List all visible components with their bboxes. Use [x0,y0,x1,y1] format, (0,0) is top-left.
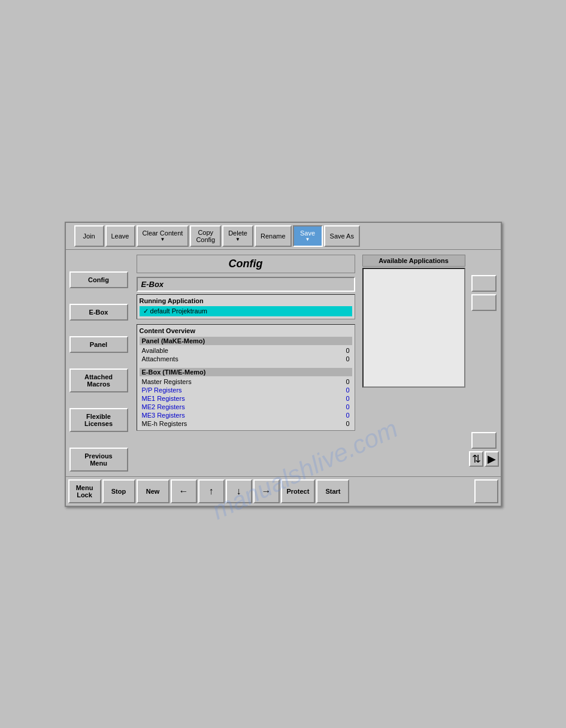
up-down-arrow-btn[interactable]: ⇅ [469,451,483,467]
right-panel: Available Applications [360,250,468,476]
content-overview-box: Content Overview Panel (MaKE-Memo) Avail… [137,324,355,431]
running-app-item[interactable]: ✓ default Projektraum [140,306,352,316]
left-arrow-button[interactable]: ← [171,479,197,503]
meh-registers-label: ME-h Registers [142,420,187,427]
me2-registers-row: ME2 Registers 0 [140,403,352,411]
top-toolbar: Join Leave Clear Content ▼ CopyConfig De… [66,223,501,250]
master-registers-value: 0 [346,378,349,385]
left-sidebar: Config E-Box Panel AttachedMacros Flexib… [66,250,132,476]
nav-arrows: ⇅ ▶ [469,451,499,467]
available-apps-header: Available Applications [362,255,465,267]
delete-label: Delete [228,229,247,237]
clear-content-button[interactable]: Clear Content ▼ [137,225,189,247]
leave-button[interactable]: Leave [105,225,135,247]
meh-registers-row: ME-h Registers 0 [140,419,352,428]
me1-registers-label: ME1 Registers [142,395,185,402]
me2-registers-value: 0 [346,403,349,410]
save-button[interactable]: Save ▼ [293,225,323,247]
me3-registers-row: ME3 Registers 0 [140,411,352,419]
master-registers-row: Master Registers 0 [140,377,352,386]
running-app-header: Running Application [140,297,352,304]
stop-button[interactable]: Stop [102,479,135,503]
far-right-panel: ⇅ ▶ [468,250,501,476]
clear-content-arrow: ▼ [143,237,183,242]
copy-config-label: CopyConfig [196,229,215,243]
previous-menu-button[interactable]: PreviousMenu [69,448,128,472]
content-overview-header: Content Overview [140,327,352,334]
pp-registers-value: 0 [346,386,349,394]
panel-title: Config [137,255,355,273]
far-right-btn-1[interactable] [471,275,497,292]
flexible-licenses-button[interactable]: FlexibleLicenses [69,408,128,432]
available-apps-list[interactable] [362,268,465,388]
protect-button[interactable]: Protect [281,479,316,503]
attached-macros-button[interactable]: AttachedMacros [69,368,128,392]
attachments-value: 0 [346,355,349,363]
join-button[interactable]: Join [74,225,104,247]
pp-registers-label: P/P Registers [142,386,182,394]
main-panel: Config E-Box Running Application ✓ defau… [132,250,360,476]
save-as-button[interactable]: Save As [324,225,360,247]
config-sidebar-button[interactable]: Config [69,271,128,288]
section-label: E-Box [137,277,355,292]
menu-lock-button[interactable]: MenuLock [68,479,101,503]
right-arrow-button[interactable]: → [253,479,280,503]
master-registers-label: Master Registers [142,378,192,385]
save-label: Save [300,229,315,237]
attachments-label: Attachments [142,355,178,363]
right-nav-btn[interactable]: ▶ [485,451,499,467]
me2-registers-label: ME2 Registers [142,403,185,410]
me3-registers-value: 0 [346,412,349,419]
copy-config-button[interactable]: CopyConfig [190,225,221,247]
pp-registers-row: P/P Registers 0 [140,386,352,394]
start-button[interactable]: Start [316,479,349,503]
available-row: Available 0 [140,346,352,355]
running-application-box: Running Application ✓ default Projektrau… [137,294,355,319]
panel-section-header: Panel (MaKE-Memo) [140,337,352,345]
up-arrow-button[interactable]: ↑ [198,479,225,503]
far-right-btn-3[interactable] [471,432,497,449]
ebox-section-header: E-Box (TIM/E-Memo) [140,368,352,376]
panel-sidebar-button[interactable]: Panel [69,336,128,353]
ebox-sidebar-button[interactable]: E-Box [69,304,128,321]
meh-registers-value: 0 [346,420,349,427]
delete-arrow: ▼ [228,237,247,242]
available-label: Available [142,347,168,354]
delete-button[interactable]: Delete ▼ [222,225,253,247]
new-button[interactable]: New [137,479,170,503]
far-right-btn-2[interactable] [471,294,497,311]
available-value: 0 [346,347,349,354]
me1-registers-row: ME1 Registers 0 [140,394,352,403]
rename-button[interactable]: Rename [255,225,292,247]
down-arrow-button[interactable]: ↓ [226,479,252,503]
me3-registers-label: ME3 Registers [142,412,185,419]
far-right-bottom-btn[interactable] [474,479,498,503]
bottom-toolbar: MenuLock Stop New ← ↑ ↓ → Protect Start [66,476,501,506]
clear-content-label: Clear Content [143,229,183,237]
attachments-row: Attachments 0 [140,355,352,363]
save-arrow: ▼ [299,237,317,242]
me1-registers-value: 0 [346,395,349,402]
